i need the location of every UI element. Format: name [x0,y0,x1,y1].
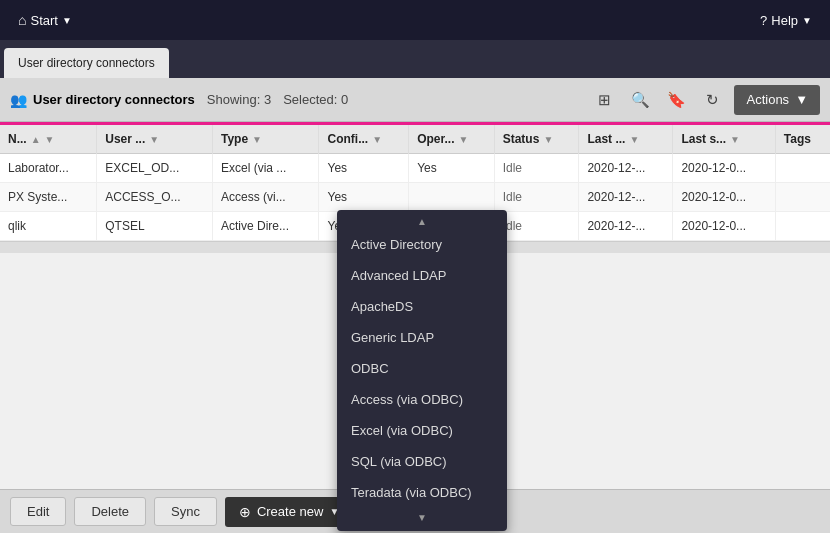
col-tags[interactable]: Tags [775,125,830,154]
toolbar: 👥 User directory connectors Showing: 3 S… [0,78,830,122]
actions-label: Actions [746,92,789,107]
sync-button[interactable]: Sync [154,497,217,526]
dropdown-arrow-up: ▲ [337,214,507,229]
table-row[interactable]: PX Syste...ACCESS_O...Access (vi...YesId… [0,183,830,212]
actions-button[interactable]: Actions ▼ [734,85,820,115]
edit-label: Edit [27,504,49,519]
table-cell: ACCESS_O... [97,183,213,212]
refresh-button[interactable]: ↻ [698,86,726,114]
dropdown-item-odbc[interactable]: ODBC [337,353,507,384]
dropdown-item-excel-odbc[interactable]: Excel (via ODBC) [337,415,507,446]
table-cell: 2020-12-0... [673,212,775,241]
dropdown-arrow-down: ▼ [337,508,507,527]
filter-config-icon[interactable]: ▼ [372,134,382,145]
start-label: Start [30,13,57,28]
table-header-row: N... ▲ ▼ User ... ▼ Type ▼ [0,125,830,154]
col-status[interactable]: Status ▼ [494,125,579,154]
col-oper[interactable]: Oper... ▼ [409,125,495,154]
table-cell: Idle [494,183,579,212]
col-config[interactable]: Confi... ▼ [319,125,409,154]
delete-label: Delete [91,504,129,519]
create-new-label: Create new [257,504,323,519]
table-cell: Idle [494,154,579,183]
help-icon: ? [760,13,767,28]
table-cell: Excel (via ... [212,154,319,183]
table-cell: qlik [0,212,97,241]
table-cell: Yes [409,154,495,183]
help-button[interactable]: ? Help ▼ [754,9,818,32]
filter-status-icon[interactable]: ▼ [543,134,553,145]
dropdown-item-access-odbc[interactable]: Access (via ODBC) [337,384,507,415]
col-last[interactable]: Last ... ▼ [579,125,673,154]
table-cell: 2020-12-0... [673,183,775,212]
table-cell: 2020-12-... [579,183,673,212]
dropdown-item-apacheds[interactable]: ApacheDS [337,291,507,322]
table-cell: Active Dire... [212,212,319,241]
filter-lasts-icon[interactable]: ▼ [730,134,740,145]
dropdown-item-teradata-odbc[interactable]: Teradata (via ODBC) [337,477,507,508]
table-row[interactable]: Laborator...EXCEL_OD...Excel (via ...Yes… [0,154,830,183]
create-dropdown-menu: ▲ Active Directory Advanced LDAP ApacheD… [337,210,507,531]
filter-user-icon[interactable]: ▼ [149,134,159,145]
toolbar-title-group: 👥 User directory connectors [10,92,195,108]
bookmark-button[interactable]: 🔖 [662,86,690,114]
table-cell: 2020-12-... [579,154,673,183]
tab-label: User directory connectors [18,56,155,70]
search-button[interactable]: 🔍 [626,86,654,114]
plus-icon: ⊕ [239,504,251,520]
grid-view-button[interactable]: ⊞ [590,86,618,114]
start-chevron-icon: ▼ [62,15,72,26]
top-navigation: ⌂ Start ▼ ? Help ▼ [0,0,830,40]
table-cell: 2020-12-0... [673,154,775,183]
col-user[interactable]: User ... ▼ [97,125,213,154]
table-cell [409,183,495,212]
table-cell: PX Syste... [0,183,97,212]
filter-name-icon[interactable]: ▼ [45,134,55,145]
toolbar-showing: Showing: 3 [207,92,271,107]
home-icon: ⌂ [18,12,26,28]
tab-bar: User directory connectors [0,40,830,78]
table-cell: Laborator... [0,154,97,183]
table-cell: Access (vi... [212,183,319,212]
table-cell: EXCEL_OD... [97,154,213,183]
dropdown-item-generic-ldap[interactable]: Generic LDAP [337,322,507,353]
edit-button[interactable]: Edit [10,497,66,526]
col-lasts[interactable]: Last s... ▼ [673,125,775,154]
toolbar-title: User directory connectors [33,92,195,107]
users-icon: 👥 [10,92,27,108]
dropdown-item-advanced-ldap[interactable]: Advanced LDAP [337,260,507,291]
table-cell: Yes [319,154,409,183]
top-nav-left: ⌂ Start ▼ [12,8,78,32]
dropdown-item-active-directory[interactable]: Active Directory [337,229,507,260]
start-button[interactable]: ⌂ Start ▼ [12,8,78,32]
toolbar-selected: Selected: 0 [283,92,348,107]
dropdown-item-sql-odbc[interactable]: SQL (via ODBC) [337,446,507,477]
help-chevron-icon: ▼ [802,15,812,26]
create-new-button[interactable]: ⊕ Create new ▼ [225,497,353,527]
help-label: Help [771,13,798,28]
sort-name-icon: ▲ [31,134,41,145]
top-nav-right: ? Help ▼ [754,9,818,32]
col-type[interactable]: Type ▼ [212,125,319,154]
filter-oper-icon[interactable]: ▼ [459,134,469,145]
table-cell: Yes [319,183,409,212]
filter-last-icon[interactable]: ▼ [629,134,639,145]
actions-chevron-icon: ▼ [795,92,808,107]
table-cell [775,183,830,212]
delete-button[interactable]: Delete [74,497,146,526]
table-cell: QTSEL [97,212,213,241]
table-cell: 2020-12-... [579,212,673,241]
filter-type-icon[interactable]: ▼ [252,134,262,145]
sync-label: Sync [171,504,200,519]
table-cell [775,212,830,241]
table-cell [775,154,830,183]
col-name[interactable]: N... ▲ ▼ [0,125,97,154]
tab-user-directory-connectors[interactable]: User directory connectors [4,48,169,78]
